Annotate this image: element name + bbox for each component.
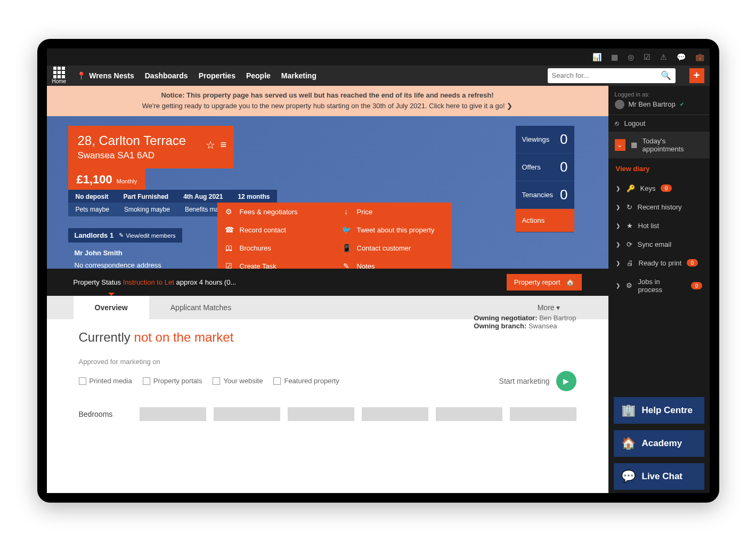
action-icon: ↓	[342, 207, 351, 216]
notice-banner[interactable]: Notice: This property page has served us…	[47, 86, 608, 117]
stat-actions[interactable]: Actions	[516, 209, 574, 232]
brand-name[interactable]: 📍 Wrens Nests	[77, 71, 134, 80]
side-item-label: Jobs in process	[638, 278, 686, 294]
academy-button[interactable]: 🏠Academy	[614, 430, 704, 457]
side-item[interactable]: ❯⚙Jobs in process0	[608, 272, 710, 299]
tab-applicant-matches[interactable]: Applicant Matches	[149, 296, 253, 319]
status-label: Property Status	[74, 278, 121, 286]
owning-info: Owning negotiator: Ben Bartrop Owning br…	[474, 314, 576, 330]
side-item-icon: 🖨	[627, 259, 633, 267]
logged-in-label: Logged in as:	[615, 91, 703, 98]
side-item[interactable]: ❯↻Recent history	[608, 198, 710, 216]
price-value: £1,100	[77, 173, 112, 187]
help-icon: 🏢	[621, 403, 636, 417]
view-diary-link[interactable]: View diary	[608, 158, 710, 179]
chat-icon[interactable]: 💬	[677, 53, 686, 61]
calendar-icon[interactable]: ▦	[611, 53, 618, 61]
menu-icon[interactable]: ≡	[221, 139, 227, 151]
chevron-right-icon: ❯	[616, 282, 621, 288]
status-time: approx 4 hours (0...	[176, 278, 236, 286]
nav-dashboards[interactable]: Dashboards	[145, 71, 188, 80]
property-report-button[interactable]: Property report🏠	[507, 274, 582, 290]
side-item[interactable]: ❯⟳Sync email	[608, 235, 710, 254]
nav-marketing[interactable]: Marketing	[281, 71, 316, 80]
check-printed-media[interactable]: Printed media	[79, 377, 132, 385]
add-button[interactable]: +	[689, 68, 704, 83]
checkbox-icon[interactable]: ☑	[644, 53, 651, 61]
side-item[interactable]: ❯★Hot list	[608, 216, 710, 235]
side-item[interactable]: ❯🔑Keys0	[608, 179, 710, 198]
logout-icon: ⎋	[615, 119, 619, 127]
placeholder-block	[362, 407, 428, 421]
edit-members-link[interactable]: ✎ View/edit members	[119, 232, 175, 239]
star-icon[interactable]: ☆	[206, 139, 215, 151]
verified-icon: ✔	[680, 101, 684, 107]
logout-button[interactable]: ⎋ Logout	[608, 115, 710, 132]
alert-icon[interactable]: ⚠	[660, 53, 667, 61]
nav-properties[interactable]: Properties	[199, 71, 235, 80]
stat-viewings[interactable]: Viewings0	[516, 126, 574, 154]
placeholder-block	[288, 407, 354, 421]
side-item-label: Sync email	[638, 240, 672, 248]
nav-people[interactable]: People	[246, 71, 271, 80]
action-label: Brochures	[240, 244, 271, 252]
chat-icon: 💬	[621, 470, 636, 483]
search-box[interactable]: 🔍	[548, 68, 676, 83]
stat-tenancies[interactable]: Tenancies0	[516, 181, 574, 209]
chevron-right-icon: ❯	[616, 260, 621, 266]
chart-icon[interactable]: 📊	[592, 53, 601, 61]
action-icon: 🐦	[342, 225, 351, 234]
action-item[interactable]: ☎Record contact	[217, 221, 335, 239]
notice-line1: Notice: This property page has served us…	[53, 90, 602, 101]
status-value: Instruction to Let	[123, 278, 174, 286]
stat-offers[interactable]: Offers0	[516, 154, 574, 181]
target-icon[interactable]: ◎	[628, 53, 634, 61]
academy-icon: 🏠	[621, 437, 636, 450]
home-button[interactable]: Home	[52, 67, 67, 84]
right-panel: Logged in as: Mr Ben Bartrop ✔ ⎋ Logout …	[608, 86, 710, 493]
badge: 0	[691, 282, 702, 289]
action-label: Notes	[357, 262, 375, 269]
chevron-right-icon: ❯	[616, 241, 621, 247]
tab-overview[interactable]: Overview	[74, 296, 149, 319]
start-marketing-button[interactable]: ▶	[556, 371, 576, 391]
search-icon[interactable]: 🔍	[661, 70, 671, 80]
action-item[interactable]: ☑Create Task	[217, 257, 335, 269]
landlord-name: Mr John Smith	[75, 247, 176, 259]
property-title: 28, Carlton Terrace	[78, 133, 186, 148]
market-heading: Currently not on the market	[79, 330, 576, 345]
side-item[interactable]: ❯🖨Ready to print0	[608, 254, 710, 272]
chevron-right-icon: ❯	[616, 185, 621, 191]
action-item[interactable]: 🐦Tweet about this property	[335, 221, 452, 239]
action-item[interactable]: 📱Contact customer	[335, 239, 452, 257]
home-icon: 🏠	[566, 278, 574, 286]
action-icon: ✎	[342, 262, 351, 269]
price-period: Monthly	[117, 178, 137, 184]
check-your-website[interactable]: Your website	[213, 377, 263, 385]
side-item-icon: ↻	[627, 203, 632, 211]
badge: 0	[687, 259, 697, 267]
side-item-label: Ready to print	[639, 259, 682, 267]
side-item-label: Keys	[640, 184, 656, 192]
landlord-noaddr: No correspondence address	[75, 259, 176, 268]
side-item-label: Recent history	[638, 203, 682, 211]
placeholder-block	[214, 407, 280, 421]
action-item[interactable]: ✎Notes	[335, 257, 452, 269]
property-title-card: 28, Carlton Terrace Swansea SA1 6AD ☆ ≡	[68, 126, 234, 168]
today-appointments[interactable]: ⌄ ▦ Today's appointments	[608, 132, 710, 158]
check-property-portals[interactable]: Property portals	[143, 377, 202, 385]
live-chat-button[interactable]: 💬Live Chat	[614, 463, 704, 490]
search-input[interactable]	[552, 71, 661, 79]
check-featured-property[interactable]: Featured property	[273, 377, 339, 385]
action-item[interactable]: ↓Price	[335, 203, 452, 221]
action-icon: 📱	[342, 244, 351, 252]
overview-panel: Owning negotiator: Ben Bartrop Owning br…	[47, 319, 608, 493]
action-item[interactable]: ⚙Fees & negotiators	[217, 203, 335, 221]
attrs-row-2: Pets maybe Smoking maybe Benefits maybe	[68, 203, 237, 216]
badge: 0	[661, 184, 671, 192]
chevron-right-icon: ❯	[616, 223, 621, 229]
briefcase-icon[interactable]: 💼	[695, 53, 704, 61]
action-item[interactable]: 🕮Brochures	[217, 239, 335, 257]
placeholder-block	[140, 407, 206, 421]
help-centre-button[interactable]: 🏢Help Centre	[614, 397, 704, 424]
